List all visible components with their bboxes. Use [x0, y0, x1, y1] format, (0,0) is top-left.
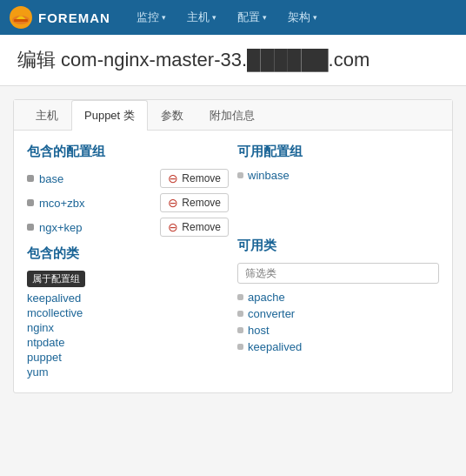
left-column: 包含的配置组 base ⊖ Remove mco+zbx ⊖ Remove	[27, 144, 229, 379]
list-item[interactable]: puppet	[27, 350, 229, 365]
remove-button-ngx[interactable]: ⊖ Remove	[160, 218, 229, 237]
config-item-mco: mco+zbx ⊖ Remove	[27, 193, 229, 212]
avail-item-name-winbase[interactable]: winbase	[248, 169, 290, 182]
chevron-down-icon: ▾	[313, 13, 317, 22]
nav-item-arch[interactable]: 架构 ▾	[279, 4, 326, 30]
dot-icon	[237, 311, 243, 317]
avail-item-apache: apache	[237, 291, 439, 304]
included-classes-section: 包含的类 属于配置组 keepalived mcollective nginx …	[27, 245, 229, 379]
list-item[interactable]: keepalived	[27, 291, 229, 305]
tab-extra[interactable]: 附加信息	[196, 100, 268, 131]
config-group-tooltip: 属于配置组	[27, 271, 85, 287]
available-config-groups: 可用配置组 winbase	[237, 144, 439, 185]
main-content: 包含的配置组 base ⊖ Remove mco+zbx ⊖ Remove	[14, 131, 452, 392]
list-item[interactable]: yum	[27, 365, 229, 379]
available-classes-title: 可用类	[237, 238, 439, 254]
avail-item-name-keepalived[interactable]: keepalived	[248, 340, 302, 353]
config-item-base: base ⊖ Remove	[27, 169, 229, 188]
svg-rect-2	[14, 19, 28, 22]
avail-item-name-converter[interactable]: converter	[248, 307, 295, 320]
nav-item-monitor[interactable]: 监控 ▾	[128, 4, 175, 30]
hardhat-icon	[9, 5, 33, 30]
nav-item-host[interactable]: 主机 ▾	[178, 4, 225, 30]
avail-item-converter: converter	[237, 307, 439, 320]
avail-item-name-apache[interactable]: apache	[248, 291, 285, 304]
chevron-down-icon: ▾	[263, 13, 267, 22]
tab-host[interactable]: 主机	[23, 100, 71, 131]
remove-button-base[interactable]: ⊖ Remove	[160, 169, 229, 188]
logo-area: FOREMAN	[9, 5, 110, 30]
minus-circle-icon: ⊖	[168, 220, 178, 234]
minus-circle-icon: ⊖	[168, 196, 178, 210]
tabs-bar: 主机 Puppet 类 参数 附加信息	[14, 100, 452, 131]
config-item-name-base[interactable]: base	[39, 172, 155, 185]
dot-icon	[27, 175, 34, 182]
available-config-groups-title: 可用配置组	[237, 144, 439, 160]
dot-icon	[237, 294, 243, 300]
dot-icon	[27, 224, 34, 231]
included-classes-title: 包含的类	[27, 245, 229, 262]
dot-icon	[27, 199, 34, 206]
list-item[interactable]: ntpdate	[27, 335, 229, 350]
page-title: 编辑 com-nginx-master-33.██████.com	[0, 35, 466, 86]
included-class-list: keepalived mcollective nginx ntpdate pup…	[27, 291, 229, 379]
chevron-down-icon: ▾	[212, 13, 216, 22]
nav-item-config[interactable]: 配置 ▾	[229, 4, 276, 30]
dot-icon	[237, 172, 243, 178]
tab-params[interactable]: 参数	[148, 100, 196, 131]
list-item[interactable]: mcollective	[27, 305, 229, 320]
minus-circle-icon: ⊖	[168, 171, 178, 185]
right-column: 可用配置组 winbase 可用类 apache converter	[237, 144, 439, 379]
included-config-groups-title: 包含的配置组	[27, 144, 229, 160]
included-config-groups: 包含的配置组 base ⊖ Remove mco+zbx ⊖ Remove	[27, 144, 229, 237]
logo-text: FOREMAN	[38, 10, 110, 25]
available-classes-section: 可用类 apache converter host keepalived	[237, 238, 439, 357]
tab-puppet[interactable]: Puppet 类	[71, 100, 148, 131]
nav-menu: 监控 ▾ 主机 ▾ 配置 ▾ 架构 ▾	[128, 4, 326, 30]
remove-button-mco[interactable]: ⊖ Remove	[160, 193, 229, 212]
chevron-down-icon: ▾	[162, 13, 166, 22]
avail-item-winbase: winbase	[237, 169, 439, 182]
avail-item-name-host[interactable]: host	[248, 324, 270, 337]
config-item-name-mco[interactable]: mco+zbx	[39, 197, 155, 210]
dot-icon	[237, 344, 243, 350]
filter-classes-input[interactable]	[237, 263, 439, 284]
dot-icon	[237, 327, 243, 333]
avail-item-keepalived: keepalived	[237, 340, 439, 353]
list-item[interactable]: nginx	[27, 320, 229, 335]
content-area: 主机 Puppet 类 参数 附加信息 包含的配置组 base ⊖ Remove	[13, 99, 453, 393]
config-item-ngx: ngx+kep ⊖ Remove	[27, 218, 229, 237]
config-item-name-ngx[interactable]: ngx+kep	[39, 221, 155, 234]
avail-item-host: host	[237, 324, 439, 337]
top-nav: FOREMAN 监控 ▾ 主机 ▾ 配置 ▾ 架构 ▾	[0, 0, 466, 35]
